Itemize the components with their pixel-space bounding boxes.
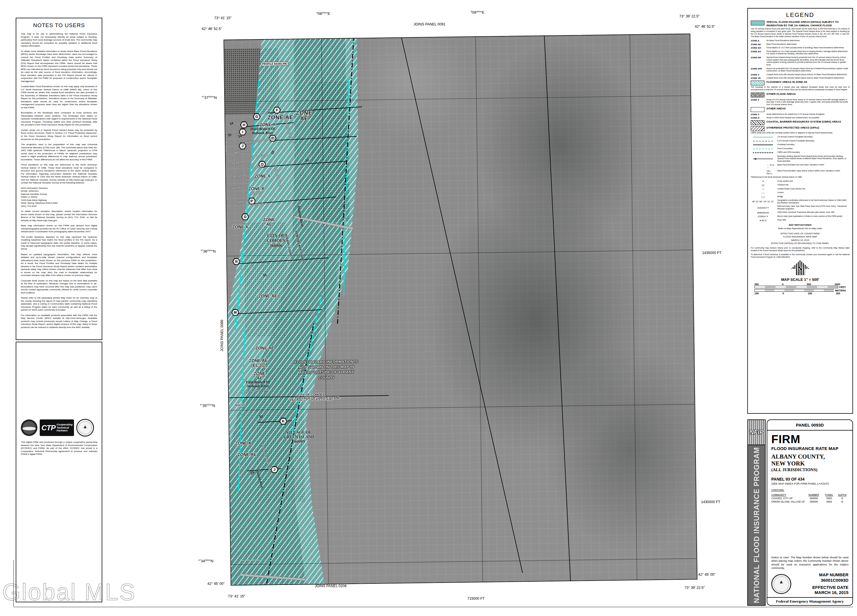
line-symbol-label: CBRS and OPA boundary: [777, 151, 849, 154]
line-symbol-cell: ~ 513 ~: [751, 164, 775, 169]
effective-line: EFFECTIVE DATE OF COUNTYWIDE: [751, 232, 849, 235]
zone-label: ZONEAE: [254, 371, 266, 380]
zone-code: ZONE A: [751, 39, 764, 42]
village-label: VILLAGE OFGREEN ISLAND360009: [283, 430, 314, 444]
symbol-icon: )‿(: [761, 195, 764, 198]
zone-label: ZONE X: [259, 122, 275, 127]
title-block-main: FIRM FLOOD INSURANCE RATE MAP ALBANY COU…: [767, 430, 852, 556]
zone-label: ZONEAE: [263, 217, 275, 226]
map-number: 36001C0093D: [794, 578, 848, 583]
zone-description: Area to be protected from 1% annual chan…: [766, 67, 849, 73]
cbrs-heading: COASTAL BARRIER RESOURCES SYSTEM (CBRS) …: [766, 120, 841, 125]
line-symbol-rows: 1% Annual Chance Floodplain Boundary 0.2…: [751, 136, 849, 175]
profile-baseline-label: PROFILE BASELINE: [261, 62, 288, 66]
notes-paragraph: Coastal Base Flood Elevations shown on t…: [21, 85, 97, 109]
point-symbol-cell: DX5510 ✕: [751, 215, 775, 218]
point-symbol-row: )‿( Bridge: [751, 195, 849, 198]
utm-grid-label: 4737000mN: [202, 96, 217, 100]
map-canvas[interactable]: F G H I R J Q P O N M K J 34 35 34 32 32…: [224, 33, 698, 585]
zone-description: Flood depths of 1 to 3 feet (usually are…: [766, 46, 849, 49]
address-line: NGS Information Services: [21, 187, 97, 190]
utm-gridline: [630, 35, 637, 580]
utm-grid-label: 609000mE: [471, 10, 484, 15]
ngs-address: NGS Information ServicesNOAA, N/NGS12Nat…: [21, 187, 97, 208]
point-symbol-label: 1000-meter Universal Transverse Mercator…: [777, 211, 849, 214]
zone-description: Areas determined to be outside the 0.2% …: [766, 113, 849, 116]
line-symbol-cell: [751, 147, 775, 150]
zone-description: Coastal flood zone with velocity hazard …: [766, 73, 849, 76]
map-number-block: MAP NUMBER 36001C0093D EFFECTIVE DATE MA…: [767, 570, 852, 597]
opa-swatch-icon: [751, 126, 764, 131]
effective-date: MARCH 16, 2015: [794, 590, 848, 596]
notes-paragraph: The projection used in the preparation o…: [21, 143, 97, 161]
corner-longitude: 73° 39' 22.5": [684, 586, 705, 590]
zone-row: ZONE X Areas of 0.2% annual chance flood…: [751, 99, 849, 106]
state-plane-tick: 1435000 FT: [702, 251, 721, 255]
map-number-notice: Notice to User: The Map Number shown bel…: [767, 556, 852, 570]
point-symbol-row: 45° 02' 08", 93° 02' 12" Geographic coor…: [751, 199, 849, 204]
insurance-availability-note: To determine if flood insurance is avail…: [751, 254, 849, 258]
point-symbol-cell: 45° 02' 08", 93° 02' 12": [751, 199, 775, 204]
sfha-heading: SPECIAL FLOOD HAZARD AREAS (SFHAs) SUBJE…: [766, 20, 849, 27]
jurisdictions-note: (ALL JURISDICTIONS): [771, 467, 848, 472]
utm-gridline: [476, 37, 483, 582]
notes-title: NOTES TO USERS: [21, 22, 97, 29]
community-name: GREEN ISLAND, VILLAGE OF: [771, 500, 805, 503]
notes-paragraph: Certain areas not in Special Flood Hazar…: [21, 129, 97, 141]
zone-row: ZONE X Areas determined to be outside th…: [751, 113, 849, 116]
community-panel: 0093: [822, 497, 836, 500]
other-areas-heading: OTHER AREAS: [766, 107, 786, 112]
notes-panel: NOTES TO USERS This map is for use in ad…: [16, 18, 102, 340]
corner-latitude: 42° 46' 52.5": [695, 25, 715, 29]
boundary-line-icon: [753, 149, 773, 149]
boundary-line: [401, 38, 523, 573]
notes-paragraphs: This map is for use in administering the…: [21, 33, 97, 184]
community-name: COHOES, CITY OF: [771, 497, 805, 500]
zone-code: ZONE X: [751, 113, 764, 116]
boundary-line-icon: [753, 137, 773, 138]
county-name: ALBANY COUNTY, NEW YORK: [771, 453, 848, 467]
cbrs-swatch-icon: [751, 120, 764, 125]
line-symbol-cell: [751, 151, 775, 154]
community-history-note: For community map revision history prior…: [751, 247, 849, 252]
corner-longitude: 73° 41' 15": [228, 594, 245, 598]
symbol-icon: 45° 02' 08", 93° 02' 12": [752, 200, 774, 203]
opa-heading-row: OTHERWISE PROTECTED AREAS (OPAs): [751, 126, 849, 131]
line-symbol-label: Zone D boundary: [777, 147, 849, 150]
floodway-heading: FLOODWAY AREAS IN ZONE AE: [766, 80, 807, 85]
ctp-panel: CTP Cooperating Technical Partners This …: [16, 342, 102, 602]
sheet-bottom-rule: [14, 607, 853, 607]
street-label: ONTARIO: [230, 186, 244, 190]
notes-paragraph: Based on updated topographic information…: [21, 253, 97, 277]
utm-grid-label: 4734000mN: [198, 559, 213, 563]
boundary-line-icon: [753, 159, 773, 159]
address-line: 1315 East-West Highway: [21, 199, 97, 202]
point-symbol-cell: )‿(: [751, 195, 775, 198]
zone-code: ZONE AO: [751, 50, 764, 56]
symbol-icon: 1: [763, 188, 764, 190]
symbol-icon: 23: [762, 184, 764, 187]
zone-code: ZONE X: [751, 99, 764, 106]
floodway-description: The floodway is the channel of a stream …: [751, 86, 849, 91]
point-symbol-row: DX5510 ✕ Bench mark (see explanation in …: [751, 215, 849, 218]
zone-code: ZONE AR: [751, 56, 764, 66]
bfe-value: 34: [238, 134, 242, 139]
line-symbol-label: 1% Annual Chance Floodplain Boundary: [777, 136, 849, 139]
point-symbol-cell: 1: [751, 188, 775, 190]
community-table: COMMUNITY NUMBER PANEL SUFFIX COHOES, CI…: [771, 493, 848, 503]
sfha-heading-row: SPECIAL FLOOD HAZARD AREAS (SFHAs) SUBJE…: [751, 20, 849, 27]
partner-logos: CTP Cooperating Technical Partners: [21, 419, 94, 436]
point-symbol-cell: 3100000 FT: [751, 205, 775, 210]
legend-title: LEGEND: [751, 11, 849, 18]
notes-paragraph: To obtain current elevation, description…: [21, 210, 97, 222]
notes-paragraph: To obtain more detailed information in a…: [21, 50, 97, 83]
cbrs-note: CBRS areas and OPAs are normally located…: [751, 132, 849, 134]
notes-paragraphs-2: To obtain current elevation, description…: [21, 210, 97, 329]
city-label: CITY OFCOHOES360006: [266, 233, 285, 248]
point-symbol-cell: ● M1.5: [751, 219, 775, 222]
zone-description: Areas of 0.2% annual chance flood; areas…: [766, 99, 849, 106]
zone-code: ZONE VE: [751, 77, 764, 79]
legend-panel: LEGEND SPECIAL FLOOD HAZARD AREAS (SFHAs…: [747, 8, 853, 414]
bfe-value: 34: [229, 121, 234, 126]
utm-grid-label: 608000mE: [317, 11, 330, 16]
